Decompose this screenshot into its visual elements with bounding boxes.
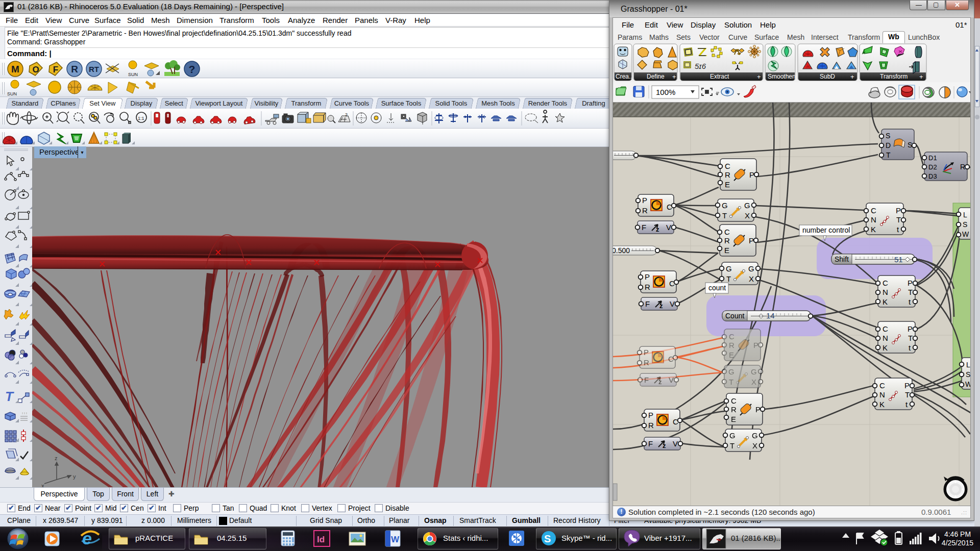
svg-text:2: 2 <box>345 112 348 117</box>
svg-text:M: M <box>11 64 19 74</box>
svg-text:number control: number control <box>802 226 850 234</box>
svg-text:D3: D3 <box>928 172 937 180</box>
svg-text:O: O <box>32 65 39 74</box>
svg-text:W: W <box>965 380 970 388</box>
svg-text:R: R <box>960 163 965 171</box>
svg-text:+: + <box>919 73 923 81</box>
svg-text:100%: 100% <box>656 88 675 96</box>
svg-text:SubD: SubD <box>820 73 835 80</box>
svg-text:S: S <box>966 370 970 379</box>
svg-text:+: + <box>850 73 854 81</box>
svg-text:W: W <box>962 230 969 238</box>
svg-text:Smoothen: Smoothen <box>768 73 796 80</box>
svg-text:F: F <box>53 65 58 74</box>
svg-text:z: z <box>55 455 58 461</box>
svg-text:D: D <box>886 141 891 149</box>
svg-text:y: y <box>73 473 76 480</box>
svg-text:D2: D2 <box>928 163 937 171</box>
svg-text:RT: RT <box>89 65 99 73</box>
svg-text:Extract: Extract <box>710 73 729 80</box>
svg-text:5ɪ6: 5ɪ6 <box>695 62 706 70</box>
svg-text:count: count <box>708 284 726 292</box>
svg-text:L: L <box>966 361 970 369</box>
svg-text:0.500: 0.500 <box>613 246 630 255</box>
svg-text:T: T <box>886 151 891 159</box>
svg-text:SUN: SUN <box>7 91 17 96</box>
svg-text:Count: Count <box>725 312 744 320</box>
svg-text:Transform: Transform <box>880 73 908 80</box>
svg-text:D1: D1 <box>928 154 937 162</box>
svg-text:SUN: SUN <box>128 72 138 77</box>
svg-text:14: 14 <box>766 311 775 320</box>
svg-text:+: + <box>757 73 761 81</box>
svg-text:Define: Define <box>647 73 665 80</box>
svg-text:?: ? <box>189 63 195 75</box>
svg-text:L: L <box>963 211 967 219</box>
svg-text:S: S <box>886 132 890 140</box>
svg-text:Id: Id <box>317 535 325 544</box>
svg-text:S: S <box>963 220 967 229</box>
svg-text:+: + <box>672 73 676 81</box>
svg-text:51: 51 <box>894 255 903 264</box>
svg-text:S: S <box>544 533 551 544</box>
svg-text:1:1: 1:1 <box>138 116 144 121</box>
svg-text:T: T <box>5 389 14 404</box>
svg-text:R: R <box>71 64 78 74</box>
svg-text:W: W <box>391 535 400 544</box>
svg-text:Crea..: Crea.. <box>616 73 632 80</box>
svg-text:Shift: Shift <box>835 255 849 263</box>
svg-text:x: x <box>41 483 44 487</box>
